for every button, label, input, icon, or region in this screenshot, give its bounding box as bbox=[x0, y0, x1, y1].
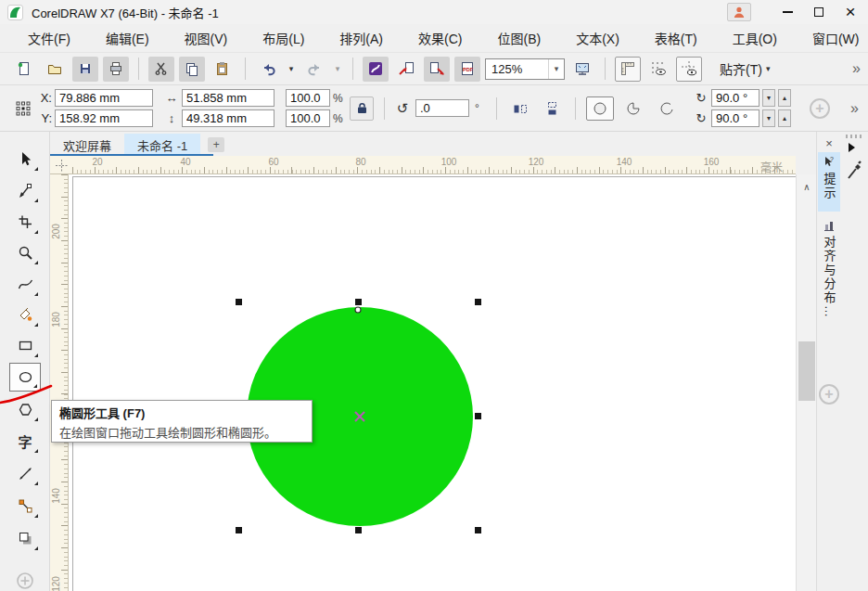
export-button[interactable] bbox=[424, 57, 450, 82]
start-angle-spin-up[interactable]: ▴ bbox=[778, 89, 791, 107]
rotation-angle-field[interactable] bbox=[415, 99, 469, 117]
object-height-field[interactable] bbox=[182, 109, 274, 127]
docker-tab-hints[interactable]: ? 提示 bbox=[818, 152, 840, 212]
scale-x-field[interactable] bbox=[286, 89, 330, 107]
propbar-overflow-chevron[interactable]: » bbox=[850, 100, 859, 117]
object-origin-icon[interactable] bbox=[15, 100, 32, 117]
mirror-vertical-button[interactable] bbox=[539, 96, 565, 121]
add-docker-button[interactable]: + bbox=[819, 384, 839, 405]
user-account-icon[interactable] bbox=[727, 3, 751, 21]
ellipse-mode-button[interactable] bbox=[586, 96, 614, 121]
vertical-scrollbar[interactable]: ∧ bbox=[796, 174, 816, 591]
pie-mode-button[interactable] bbox=[619, 96, 647, 121]
menu-table[interactable]: 表格(T) bbox=[655, 29, 697, 47]
end-angle-field[interactable] bbox=[711, 109, 760, 127]
fullscreen-preview-button[interactable] bbox=[569, 57, 595, 82]
polygon-tool[interactable] bbox=[9, 395, 41, 424]
x-position-field[interactable] bbox=[55, 89, 153, 107]
menu-layout[interactable]: 布局(L) bbox=[262, 29, 304, 47]
menu-effects[interactable]: 效果(C) bbox=[418, 29, 462, 47]
start-angle-field[interactable] bbox=[711, 89, 760, 107]
ellipse-node[interactable] bbox=[355, 307, 361, 313]
lock-ratio-button[interactable] bbox=[350, 96, 374, 121]
start-angle-spin-down[interactable]: ▾ bbox=[762, 89, 775, 107]
add-tool-button[interactable] bbox=[9, 566, 41, 591]
pick-tool[interactable] bbox=[9, 145, 41, 173]
palette-flyout-arrow[interactable] bbox=[849, 143, 855, 152]
text-tool[interactable]: 字 bbox=[9, 427, 41, 456]
menu-arrange[interactable]: 排列(A) bbox=[339, 29, 383, 47]
horizontal-ruler[interactable]: 20 40 60 80 100 120 140 160 毫米 bbox=[50, 156, 796, 174]
selection-handle-top-left[interactable] bbox=[236, 299, 242, 305]
maximize-button[interactable] bbox=[803, 0, 835, 24]
zoom-tool[interactable] bbox=[9, 238, 41, 267]
show-grid-toggle[interactable] bbox=[645, 57, 671, 82]
menu-file[interactable]: 文件(F) bbox=[28, 29, 70, 47]
drawing-canvas[interactable] bbox=[69, 174, 796, 591]
scale-y-field[interactable] bbox=[286, 109, 330, 127]
vertical-ruler[interactable]: 200 180 160 140 120 bbox=[50, 174, 69, 591]
snap-to-dropdown[interactable]: 贴齐(T) ▾ bbox=[720, 59, 770, 78]
new-tab-button[interactable]: + bbox=[208, 137, 224, 152]
color-eyedropper-icon[interactable] bbox=[846, 158, 862, 182]
redo-dropdown-caret[interactable]: ▾ bbox=[332, 57, 343, 82]
tab-untitled-1[interactable]: 未命名 -1 bbox=[124, 134, 200, 156]
menu-bitmaps[interactable]: 位图(B) bbox=[497, 29, 541, 47]
show-guidelines-toggle[interactable] bbox=[676, 57, 702, 82]
smart-fill-tool[interactable] bbox=[9, 301, 41, 329]
freehand-tool[interactable] bbox=[9, 270, 41, 299]
undo-button[interactable] bbox=[255, 57, 281, 82]
open-button[interactable] bbox=[42, 57, 68, 82]
shape-tool[interactable] bbox=[9, 176, 41, 205]
ellipse-tool[interactable] bbox=[9, 363, 41, 392]
crop-tool[interactable] bbox=[9, 208, 41, 237]
scroll-up-button[interactable]: ∧ bbox=[797, 178, 817, 195]
selection-handle-bottom-left[interactable] bbox=[236, 527, 242, 533]
menu-tools[interactable]: 工具(O) bbox=[733, 29, 777, 47]
undo-dropdown-caret[interactable]: ▾ bbox=[286, 57, 297, 82]
menu-view[interactable]: 视图(V) bbox=[185, 29, 228, 47]
add-property-button[interactable]: + bbox=[810, 98, 830, 119]
docker-tab-align-distribute[interactable]: 对齐与分布… bbox=[818, 217, 840, 377]
app-launcher-button[interactable] bbox=[363, 57, 389, 82]
end-angle-spin-up[interactable]: ▴ bbox=[778, 109, 791, 127]
paste-button[interactable] bbox=[210, 57, 236, 82]
print-button[interactable] bbox=[103, 57, 129, 82]
selection-handle-top-right[interactable] bbox=[475, 299, 481, 305]
publish-pdf-button[interactable]: PDF bbox=[454, 57, 480, 82]
object-width-field[interactable] bbox=[182, 89, 274, 107]
ruler-origin-icon[interactable] bbox=[56, 160, 68, 172]
toolbar-overflow-chevron[interactable]: » bbox=[852, 60, 861, 77]
minimize-button[interactable] bbox=[772, 0, 803, 24]
redo-button[interactable] bbox=[301, 57, 327, 82]
dimension-tool[interactable] bbox=[9, 459, 41, 488]
menu-text[interactable]: 文本(X) bbox=[576, 29, 619, 47]
drop-shadow-tool[interactable] bbox=[9, 524, 41, 553]
menu-window[interactable]: 窗口(W) bbox=[812, 29, 860, 47]
menu-edit[interactable]: 编辑(E) bbox=[106, 29, 149, 47]
cut-button[interactable] bbox=[148, 57, 174, 82]
save-button[interactable] bbox=[72, 57, 98, 82]
selection-handle-bottom-center[interactable] bbox=[355, 527, 362, 533]
zoom-level-combobox[interactable]: 125% ▾ bbox=[485, 58, 565, 80]
new-document-button[interactable] bbox=[11, 57, 37, 82]
scrollbar-thumb[interactable] bbox=[798, 341, 815, 401]
arc-mode-button[interactable] bbox=[653, 96, 681, 121]
y-position-field[interactable] bbox=[55, 109, 153, 127]
fullscreen-preview-icon bbox=[574, 61, 591, 76]
end-angle-spin-down[interactable]: ▾ bbox=[762, 109, 775, 127]
selection-handle-bottom-right[interactable] bbox=[475, 527, 481, 533]
app-logo-icon bbox=[7, 5, 23, 20]
import-button[interactable] bbox=[393, 57, 419, 82]
show-rulers-toggle[interactable] bbox=[615, 57, 641, 82]
close-button[interactable]: × bbox=[835, 0, 866, 24]
selection-handle-top-center[interactable] bbox=[355, 299, 362, 305]
mirror-horizontal-button[interactable] bbox=[507, 96, 533, 121]
palette-grip[interactable] bbox=[846, 135, 862, 138]
connector-tool[interactable] bbox=[9, 492, 41, 520]
rectangle-tool[interactable] bbox=[9, 331, 41, 360]
tab-welcome-screen[interactable]: 欢迎屏幕 bbox=[50, 134, 124, 156]
copy-button[interactable] bbox=[179, 57, 205, 82]
docker-close-button[interactable]: × bbox=[817, 135, 841, 150]
selection-handle-middle-right[interactable] bbox=[475, 413, 481, 419]
